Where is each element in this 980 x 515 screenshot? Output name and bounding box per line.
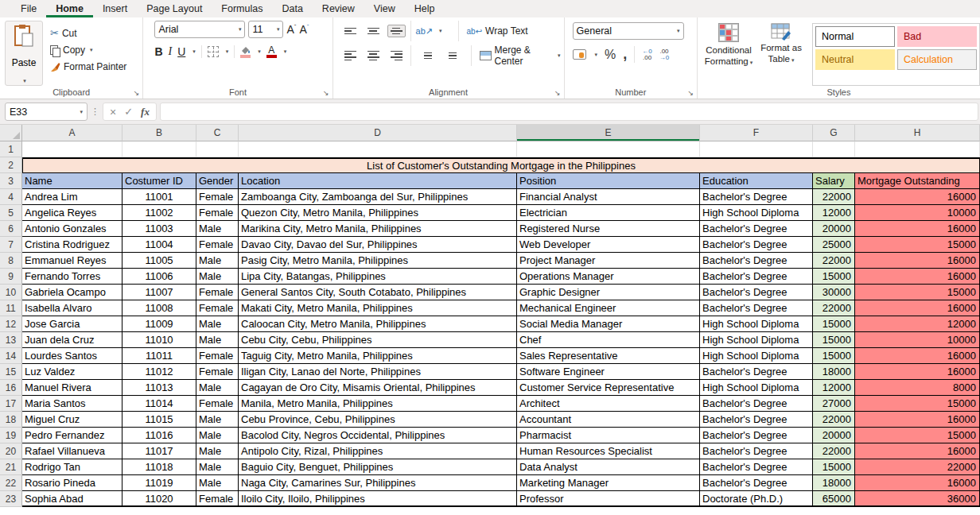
cell-B19[interactable]: 11016 <box>122 428 196 443</box>
cell-F6[interactable]: Bachelor's Degree <box>700 221 813 237</box>
italic-button[interactable]: I <box>169 45 173 58</box>
cell-C9[interactable]: Male <box>196 269 239 285</box>
header-cell-E3[interactable]: Position <box>517 173 700 189</box>
percent-style-button[interactable]: % <box>605 48 616 62</box>
ribbon-tab-help[interactable]: Help <box>405 1 445 17</box>
row-header-16[interactable]: 16 <box>0 380 22 396</box>
cell-A5[interactable]: Angelica Reyes <box>22 205 122 221</box>
cell-A10[interactable]: Gabriela Ocampo <box>22 285 122 300</box>
paste-button[interactable]: Paste ▾ <box>5 21 43 86</box>
cell-C8[interactable]: Male <box>196 253 239 269</box>
cell-A1[interactable] <box>22 141 122 157</box>
row-header-9[interactable]: 9 <box>0 269 22 285</box>
row-header-3[interactable]: 3 <box>0 173 22 189</box>
cell-D12[interactable]: Caloocan City, Metro Manila, Philippines <box>239 316 517 332</box>
cell-D6[interactable]: Marikina City, Metro Manila, Philippines <box>239 221 517 237</box>
cell-C15[interactable]: Female <box>196 364 239 380</box>
cell-A7[interactable]: Cristina Rodriguez <box>22 237 122 253</box>
cell-A14[interactable]: Lourdes Santos <box>22 348 122 364</box>
cell-E5[interactable]: Electrician <box>517 205 700 221</box>
underline-button[interactable]: U <box>177 45 185 58</box>
cell-D15[interactable]: Iligan City, Lanao del Norte, Philippine… <box>239 364 517 380</box>
cell-E8[interactable]: Project Manager <box>517 253 700 269</box>
column-header-A[interactable]: A <box>22 125 122 141</box>
cell-D19[interactable]: Bacolod City, Negros Occidental, Philipp… <box>239 428 517 443</box>
cell-D4[interactable]: Zamboanga City, Zamboanga del Sur, Phili… <box>239 189 517 205</box>
align-left-button[interactable] <box>341 48 360 64</box>
row-header-15[interactable]: 15 <box>0 364 22 380</box>
copy-chevron-icon[interactable]: ▾ <box>90 47 93 53</box>
cell-G5[interactable]: 12000 <box>813 205 855 221</box>
cell-A12[interactable]: Jose Garcia <box>22 316 122 332</box>
cell-A9[interactable]: Fernando Torres <box>22 269 122 285</box>
cell-C14[interactable]: Female <box>196 348 239 364</box>
row-header-4[interactable]: 4 <box>0 189 22 205</box>
cell-D11[interactable]: Makati City, Metro Manila, Philippines <box>239 300 517 316</box>
cell-E23[interactable]: Professor <box>517 491 700 507</box>
cell-F16[interactable]: High School Diploma <box>700 380 813 396</box>
cell-C22[interactable]: Male <box>196 475 239 491</box>
cell-C23[interactable]: Female <box>196 491 239 507</box>
cell-D21[interactable]: Baguio City, Benguet, Philippines <box>239 459 517 475</box>
row-header-19[interactable]: 19 <box>0 428 22 443</box>
cell-G9[interactable]: 15000 <box>813 269 855 285</box>
cell-D17[interactable]: Manila, Metro Manila, Philippines <box>239 396 517 412</box>
cell-G12[interactable]: 15000 <box>813 316 855 332</box>
cell-B11[interactable]: 11008 <box>122 300 196 316</box>
cell-F12[interactable]: High School Diploma <box>700 316 813 332</box>
decrease-indent-button[interactable] <box>415 49 435 63</box>
row-header-22[interactable]: 22 <box>0 475 22 491</box>
cell-F18[interactable]: Bachelor's Degree <box>700 412 813 428</box>
cell-A11[interactable]: Isabella Alvaro <box>22 300 122 316</box>
cell-C21[interactable]: Male <box>196 459 239 475</box>
align-top-button[interactable] <box>341 25 360 38</box>
cell-H11[interactable]: 16000 <box>855 300 980 316</box>
format-as-table-button[interactable]: Format as Table▾ <box>755 21 807 86</box>
row-header-17[interactable]: 17 <box>0 396 22 412</box>
cell-A6[interactable]: Antonio Gonzales <box>22 221 122 237</box>
name-box[interactable]: E33 ▾ <box>5 103 88 121</box>
cell-A16[interactable]: Manuel Rivera <box>22 380 122 396</box>
ribbon-tab-view[interactable]: View <box>364 1 405 17</box>
cell-G6[interactable]: 20000 <box>813 221 855 237</box>
cell-E21[interactable]: Data Analyst <box>517 459 700 475</box>
column-header-B[interactable]: B <box>122 125 196 141</box>
cell-A13[interactable]: Juan dela Cruz <box>22 332 122 348</box>
cell-H18[interactable]: 16000 <box>855 412 980 428</box>
cell-D8[interactable]: Pasig City, Metro Manila, Philippines <box>239 253 517 269</box>
cell-H9[interactable]: 16000 <box>855 269 980 285</box>
cell-D14[interactable]: Taguig City, Metro Manila, Philippines <box>239 348 517 364</box>
font-color-button[interactable]: A <box>266 46 277 58</box>
align-center-button[interactable] <box>364 48 383 64</box>
cell-F22[interactable]: Bachelor's Degree <box>700 475 813 491</box>
row-header-2[interactable]: 2 <box>0 157 22 173</box>
cell-A8[interactable]: Emmanuel Reyes <box>22 253 122 269</box>
ribbon-tab-formulas[interactable]: Formulas <box>212 1 272 17</box>
cell-H14[interactable]: 16000 <box>855 348 980 364</box>
cell-B10[interactable]: 11007 <box>122 285 196 300</box>
header-cell-H3[interactable]: Mortgage Outstanding <box>855 173 980 189</box>
cell-E11[interactable]: Mechanical Engineer <box>517 300 700 316</box>
cell-G15[interactable]: 18000 <box>813 364 855 380</box>
cell-H4[interactable]: 16000 <box>855 189 980 205</box>
cell-E7[interactable]: Web Developer <box>517 237 700 253</box>
header-cell-F3[interactable]: Education <box>700 173 813 189</box>
column-header-H[interactable]: H <box>855 125 980 141</box>
cell-D10[interactable]: General Santos City, South Cotabato, Phi… <box>239 285 517 300</box>
cell-G19[interactable]: 20000 <box>813 428 855 443</box>
cell-F11[interactable]: Bachelor's Degree <box>700 300 813 316</box>
accounting-chevron-icon[interactable]: ▾ <box>595 52 598 58</box>
row-header-1[interactable]: 1 <box>0 141 22 157</box>
cell-E6[interactable]: Registered Nurse <box>517 221 700 237</box>
cell-F5[interactable]: High School Diploma <box>700 205 813 221</box>
cell-C20[interactable]: Male <box>196 443 239 459</box>
cancel-button[interactable]: × <box>110 106 116 118</box>
cell-H23[interactable]: 36000 <box>855 491 980 507</box>
cell-E19[interactable]: Pharmacist <box>517 428 700 443</box>
alignment-dialog-launcher[interactable]: ↘ <box>554 89 561 97</box>
cell-C16[interactable]: Male <box>196 380 239 396</box>
cell-H13[interactable]: 10000 <box>855 332 980 348</box>
copy-button[interactable]: Copy ▾ <box>48 43 129 57</box>
select-all-corner[interactable] <box>0 125 22 141</box>
cell-F13[interactable]: High School Diploma <box>700 332 813 348</box>
